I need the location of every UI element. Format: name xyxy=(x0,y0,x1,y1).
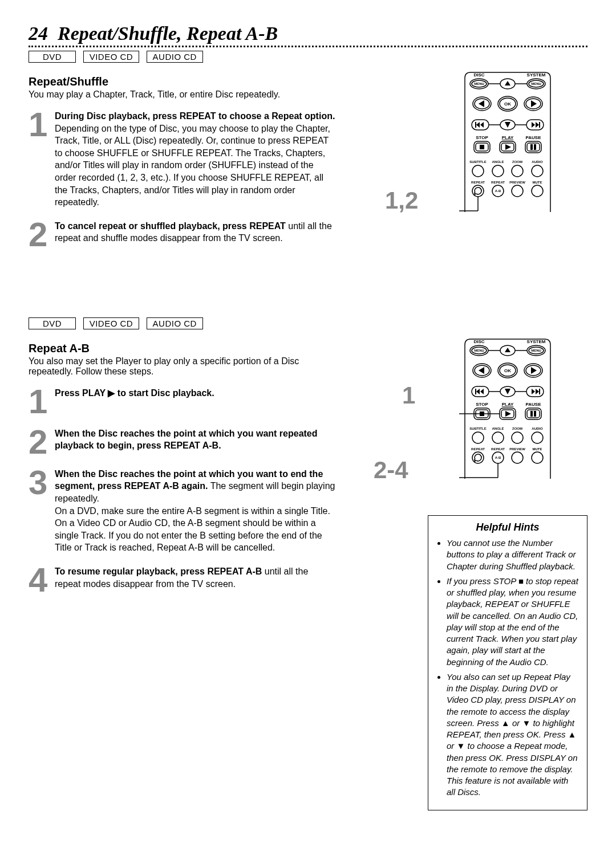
section1-title: Repeat/Shuffle xyxy=(29,75,337,88)
badge-dvd: DVD xyxy=(29,51,76,63)
svg-text:MUTE: MUTE xyxy=(533,181,542,184)
svg-marker-95 xyxy=(532,389,535,394)
hint-item: You also can set up Repeat Play in the D… xyxy=(447,671,579,798)
svg-point-51 xyxy=(492,165,504,177)
step-bold: Press PLAY ▶ to start Disc playback. xyxy=(55,388,214,398)
svg-text:MENU: MENU xyxy=(474,82,484,85)
svg-point-118 xyxy=(492,432,504,443)
step-bold: To cancel repeat or shuffled playback, p… xyxy=(55,221,286,231)
title-rule xyxy=(29,46,587,47)
svg-marker-23 xyxy=(480,122,484,128)
page-title: 24 Repeat/Shuffle, Repeat A-B xyxy=(29,23,587,44)
svg-rect-90 xyxy=(475,389,476,394)
section2-step-2: 2 When the Disc reaches the point at whi… xyxy=(29,427,337,457)
svg-marker-9 xyxy=(505,81,510,85)
svg-text:REPEAT: REPEAT xyxy=(471,447,485,451)
svg-rect-96 xyxy=(539,389,540,394)
step-number: 1 xyxy=(29,387,55,416)
step-body: To cancel repeat or shuffled playback, p… xyxy=(55,220,337,244)
svg-text:MENU: MENU xyxy=(474,349,484,352)
section1-intro: You may play a Chapter, Track, Title, or… xyxy=(29,89,337,100)
svg-text:ZOOM: ZOOM xyxy=(512,160,522,164)
svg-marker-28 xyxy=(536,122,539,128)
svg-text:AUDIO: AUDIO xyxy=(532,427,543,430)
remote-illustration-1: 1,2 DISC SYSTEM MENU MENU OK xyxy=(428,70,587,220)
svg-marker-20 xyxy=(531,100,537,107)
badge-video-cd: VIDEO CD xyxy=(83,317,140,329)
svg-point-62 xyxy=(512,185,523,197)
helpful-hints-box: Helpful Hints You cannot use the Number … xyxy=(428,515,587,810)
step-body: When the Disc reaches the point at which… xyxy=(55,468,337,554)
svg-text:PREVIEW: PREVIEW xyxy=(509,181,525,184)
svg-rect-45 xyxy=(534,144,536,150)
section2-step-3: 3 When the Disc reaches the point at whi… xyxy=(29,468,337,554)
svg-text:ANGLE: ANGLE xyxy=(492,427,504,430)
step-number: 4 xyxy=(29,565,55,594)
svg-text:PAUSE: PAUSE xyxy=(526,135,542,140)
step-body: During Disc playback, press REPEAT to ch… xyxy=(55,110,337,209)
step-number: 1 xyxy=(29,110,55,139)
step-bold: To resume regular playback, press REPEAT… xyxy=(55,567,262,576)
svg-text:STOP: STOP xyxy=(476,135,488,140)
svg-marker-22 xyxy=(476,122,480,128)
section2-title: Repeat A-B xyxy=(29,342,337,355)
svg-rect-109 xyxy=(527,410,540,418)
step-bold: When the Disc reaches the point at which… xyxy=(55,429,318,451)
svg-text:DISC: DISC xyxy=(473,72,484,78)
svg-text:REPEAT: REPEAT xyxy=(491,447,505,451)
page-number: 24 xyxy=(29,23,48,44)
svg-marker-41 xyxy=(505,144,511,150)
svg-rect-43 xyxy=(527,143,540,151)
svg-rect-110 xyxy=(530,411,533,417)
svg-text:OK: OK xyxy=(504,101,511,107)
step-rest: Depending on the type of Disc, you may c… xyxy=(55,124,330,207)
section1-badges: DVD VIDEO CD AUDIO CD xyxy=(29,51,587,63)
svg-marker-107 xyxy=(505,411,511,417)
svg-text:ANGLE: ANGLE xyxy=(492,160,504,164)
svg-point-130 xyxy=(532,452,543,463)
svg-marker-75 xyxy=(505,348,510,352)
badge-dvd: DVD xyxy=(29,317,76,329)
svg-point-63 xyxy=(532,185,543,197)
section1-step-2: 2 To cancel repeat or shuffled playback,… xyxy=(29,220,337,249)
step-number: 3 xyxy=(29,468,55,497)
svg-marker-26 xyxy=(505,122,510,128)
svg-text:ZOOM: ZOOM xyxy=(512,427,522,430)
svg-text:AUDIO: AUDIO xyxy=(532,160,543,164)
svg-point-120 xyxy=(532,432,543,443)
svg-text:SUBTITLE: SUBTITLE xyxy=(469,427,486,430)
svg-rect-38 xyxy=(480,145,484,149)
svg-text:REPEAT: REPEAT xyxy=(471,181,485,184)
svg-text:PAUSE: PAUSE xyxy=(526,402,542,407)
step-body: To resume regular playback, press REPEAT… xyxy=(55,565,337,590)
badge-audio-cd: AUDIO CD xyxy=(147,51,203,63)
svg-point-117 xyxy=(472,432,484,443)
svg-text:PLAY: PLAY xyxy=(502,402,514,407)
step-rest: The segment will begin playing repeatedl… xyxy=(55,481,335,552)
step-body: When the Disc reaches the point at which… xyxy=(55,427,337,452)
svg-text:OK: OK xyxy=(504,368,511,373)
svg-text:PREVIEW: PREVIEW xyxy=(509,447,525,451)
remote-caption-2b: 2-4 xyxy=(374,457,408,484)
remote-svg: DISC SYSTEM MENU MENU OK xyxy=(459,70,556,218)
svg-text:A-B: A-B xyxy=(495,456,501,459)
hints-title: Helpful Hints xyxy=(436,520,579,534)
step-number: 2 xyxy=(29,220,55,249)
svg-rect-44 xyxy=(530,144,533,150)
step-number: 2 xyxy=(29,427,55,457)
section2-intro: You also may set the Player to play only… xyxy=(29,356,337,377)
svg-point-119 xyxy=(512,432,523,443)
remote-caption-2a: 1 xyxy=(402,382,415,409)
svg-rect-111 xyxy=(534,411,536,417)
svg-point-125 xyxy=(472,452,484,463)
badge-video-cd: VIDEO CD xyxy=(83,51,140,63)
svg-point-52 xyxy=(512,165,523,177)
svg-text:MENU: MENU xyxy=(531,82,541,85)
hint-item: If you press STOP ■ to stop repeat or sh… xyxy=(447,576,579,668)
svg-marker-94 xyxy=(536,389,539,394)
svg-text:MUTE: MUTE xyxy=(533,447,542,451)
svg-text:DISC: DISC xyxy=(473,339,484,344)
svg-text:PLAY: PLAY xyxy=(502,135,514,140)
badge-audio-cd: AUDIO CD xyxy=(147,317,203,329)
svg-text:A-B: A-B xyxy=(495,189,501,193)
